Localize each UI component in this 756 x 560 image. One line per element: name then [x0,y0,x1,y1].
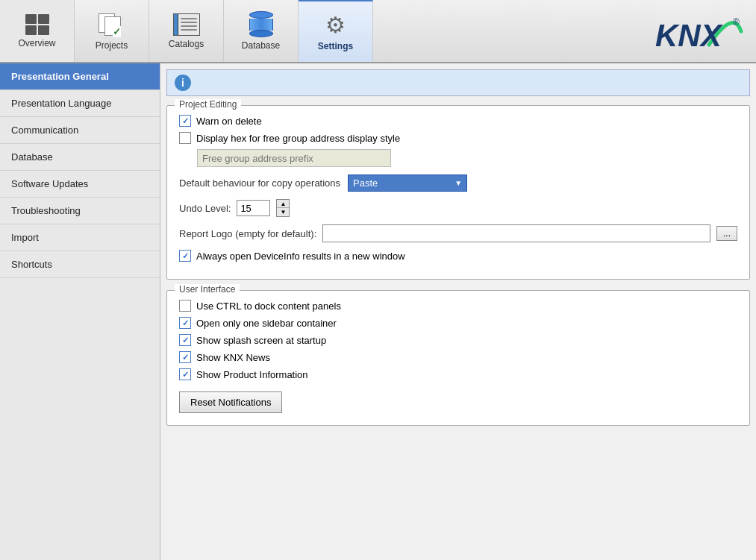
project-editing-legend: Project Editing [175,99,241,110]
show-knx-news-row: Show KNX News [179,351,737,363]
toolbar-projects-label: Projects [96,40,128,51]
open-one-sidebar-checkbox[interactable] [179,317,191,329]
warn-on-delete-row: Warn on delete [179,115,737,127]
sidebar-item-communication[interactable]: Communication [0,117,160,144]
toolbar: Overview ✓ Projects Catalogs [0,0,756,63]
reset-notifications-button[interactable]: Reset Notifications [179,391,282,413]
info-bar: i [166,69,750,96]
project-editing-group: Project Editing Warn on delete Display h… [166,105,750,280]
sidebar-item-presentation-general[interactable]: Presentation General [0,63,160,90]
always-open-deviceinfo-label: Always open DeviceInfo results in a new … [196,251,405,262]
show-knx-news-label: Show KNX News [196,352,270,363]
sidebar-item-import[interactable]: Import [0,224,160,251]
info-icon: i [175,75,191,91]
content-area: i Project Editing Warn on delete Display… [160,63,756,560]
toolbar-catalogs-label: Catalogs [169,39,204,49]
undo-level-label: Undo Level: [179,203,231,214]
sidebar: Presentation General Presentation Langua… [0,63,160,560]
display-hex-checkbox[interactable] [179,132,191,144]
grid-icon [25,14,49,35]
toolbar-database-label: Database [242,40,280,51]
svg-text:®: ® [733,17,740,28]
warn-on-delete-checkbox[interactable] [179,115,191,127]
toolbar-item-database[interactable]: Database [224,0,299,62]
open-one-sidebar-label: Open only one sidebar container [196,318,337,329]
show-product-info-label: Show Product Information [196,369,308,380]
show-splash-label: Show splash screen at startup [196,335,326,346]
toolbar-item-catalogs[interactable]: Catalogs [149,0,224,62]
undo-level-row: Undo Level: 15 ▲ ▼ [179,199,737,217]
default-behaviour-row: Default behaviour for copy operations Pa… [179,174,737,192]
database-icon [249,11,273,37]
report-logo-row: Report Logo (empty for default): ... [179,224,737,242]
use-ctrl-dock-row: Use CTRL to dock content panels [179,300,737,312]
default-behaviour-dropdown[interactable]: Paste ▼ [348,174,467,192]
main-layout: Presentation General Presentation Langua… [0,63,756,560]
display-hex-label: Display hex for free group address displ… [196,133,400,144]
show-splash-checkbox[interactable] [179,334,191,346]
settings-icon: ⚙ [323,13,349,38]
display-hex-row: Display hex for free group address displ… [179,132,737,144]
dropdown-arrow-icon: ▼ [454,179,462,187]
sidebar-item-software-updates[interactable]: Software Updates [0,171,160,198]
knx-logo-svg: KNX ® [655,9,745,54]
default-behaviour-label: Default behaviour for copy operations [179,177,340,189]
sidebar-item-database[interactable]: Database [0,144,160,171]
open-one-sidebar-row: Open only one sidebar container [179,317,737,329]
toolbar-item-settings[interactable]: ⚙ Settings [299,0,373,62]
dropdown-value: Paste [353,177,378,189]
show-splash-row: Show splash screen at startup [179,334,737,346]
undo-level-input[interactable]: 15 [237,200,270,216]
toolbar-settings-label: Settings [318,41,353,51]
use-ctrl-dock-label: Use CTRL to dock content panels [196,301,341,312]
show-knx-news-checkbox[interactable] [179,351,191,363]
toolbar-item-overview[interactable]: Overview [0,0,75,62]
toolbar-overview-label: Overview [18,38,55,48]
warn-on-delete-label: Warn on delete [196,116,262,127]
undo-level-value: 15 [240,203,251,214]
report-logo-input[interactable] [322,224,710,242]
sidebar-item-troubleshooting[interactable]: Troubleshooting [0,198,160,224]
toolbar-item-projects[interactable]: ✓ Projects [75,0,149,62]
user-interface-legend: User Interface [175,284,240,295]
user-interface-group: User Interface Use CTRL to dock content … [166,290,750,426]
report-logo-label: Report Logo (empty for default): [179,228,316,239]
undo-level-up-button[interactable]: ▲ [277,200,289,208]
free-group-prefix-row [197,149,737,167]
undo-level-down-button[interactable]: ▼ [277,208,289,216]
knx-logo: KNX ® [644,0,756,62]
report-logo-browse-button[interactable]: ... [716,226,737,241]
sidebar-item-presentation-language[interactable]: Presentation Language [0,90,160,117]
always-open-deviceinfo-row: Always open DeviceInfo results in a new … [179,250,737,262]
catalogs-icon [173,13,200,36]
projects-icon: ✓ [99,12,125,37]
show-product-info-row: Show Product Information [179,368,737,380]
undo-level-spinbuttons: ▲ ▼ [276,199,290,217]
always-open-deviceinfo-checkbox[interactable] [179,250,191,262]
free-group-prefix-input[interactable] [197,149,391,167]
show-product-info-checkbox[interactable] [179,368,191,380]
sidebar-item-shortcuts[interactable]: Shortcuts [0,251,160,278]
use-ctrl-dock-checkbox[interactable] [179,300,191,312]
svg-text:KNX: KNX [655,18,724,53]
